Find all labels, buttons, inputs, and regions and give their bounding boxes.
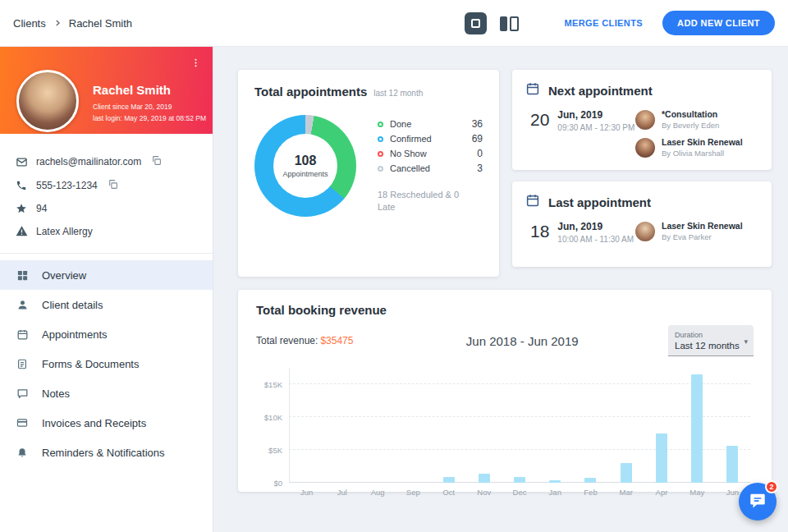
rescheduled-late-note: 18 Rescheduled & 0 Late <box>378 189 474 214</box>
topbar: Clients Rachel Smith MERGE CLIENTS ADD N… <box>0 0 788 47</box>
revenue-bars <box>289 368 750 483</box>
next-appointment-date: Jun, 2019 <box>557 109 635 121</box>
allergy-row: Latex Allergy <box>15 225 201 237</box>
revenue-bar-slot <box>466 474 502 483</box>
x-axis-label: Jun <box>289 488 324 497</box>
breadcrumb: Clients Rachel Smith <box>13 17 132 30</box>
credit-card-icon <box>15 417 30 429</box>
client-since: Client since Mar 20, 2019 <box>93 102 206 113</box>
x-axis-label: Sep <box>396 488 431 497</box>
revenue-bar-slot <box>715 446 750 483</box>
email-row: rachels@mailinator.com <box>15 155 201 168</box>
x-axis-label: Aug <box>360 488 395 497</box>
client-sidebar: Rachel Smith Client since Mar 20, 2019 l… <box>0 47 213 532</box>
sidebar-item-label: Overview <box>42 269 86 282</box>
revenue-bar <box>691 374 703 483</box>
next-appointment-card: Next appointment 20 Jun, 2019 09:30 AM -… <box>512 70 772 170</box>
split-view-toggle[interactable] <box>500 15 521 33</box>
duration-select-value: Last 12 months <box>675 341 747 351</box>
x-axis-label: May <box>680 488 715 497</box>
sidebar-item-client-details[interactable]: Client details <box>0 290 213 319</box>
breadcrumb-clients[interactable]: Clients <box>13 17 46 30</box>
legend-item-cancelled: Cancelled 3 <box>378 161 483 176</box>
warning-icon <box>15 225 28 237</box>
revenue-bar <box>514 477 525 483</box>
next-appointment-entries: *Consultation By Beverly Eden Laser Skin… <box>635 109 758 158</box>
revenue-bar-slot <box>680 374 715 483</box>
star-icon <box>15 203 28 214</box>
total-appointments-title: Total appointments <box>254 85 367 99</box>
envelope-icon <box>15 156 28 168</box>
revenue-bar <box>656 433 667 483</box>
copy-email-button[interactable] <box>151 155 162 168</box>
sidebar-item-reminders-notifications[interactable]: Reminders & Notifications <box>0 438 213 467</box>
staff-avatar <box>635 110 655 130</box>
add-new-client-button[interactable]: ADD NEW CLIENT <box>662 11 775 35</box>
sidebar-item-overview[interactable]: Overview <box>0 260 213 290</box>
revenue-bar <box>443 477 455 483</box>
sidebar-item-notes[interactable]: Notes <box>0 378 213 408</box>
sidebar-item-label: Client details <box>42 299 103 311</box>
client-allergy: Latex Allergy <box>36 226 93 237</box>
main-content: Total appointments last 12 month 108 App… <box>213 47 788 532</box>
profile-text: Rachel Smith Client since Mar 20, 2019 l… <box>93 83 206 124</box>
x-axis-label: Jul <box>324 488 360 497</box>
person-icon <box>15 299 30 311</box>
revenue-bar <box>584 478 596 483</box>
x-axis-label: Dec <box>502 488 537 497</box>
breadcrumb-current: Rachel Smith <box>69 17 132 30</box>
chat-fab-button[interactable]: 2 <box>739 483 777 521</box>
duration-select[interactable]: Duration Last 12 months ▾ <box>668 325 754 356</box>
revenue-bar-slot <box>573 478 608 483</box>
last-appointment-title: Last appointment <box>548 195 651 209</box>
legend-item-done: Done 36 <box>378 117 483 131</box>
sidebar-item-invoices-receipts[interactable]: Invoices and Receipts <box>0 408 213 438</box>
client-rating: 94 <box>36 203 47 214</box>
next-appointment-time: 09:30 AM - 12:30 PM <box>557 123 635 132</box>
revenue-bar-slot <box>431 477 466 483</box>
legend-item-no-show: No Show 0 <box>378 146 483 161</box>
chat-bubble-icon <box>15 388 30 400</box>
copy-icon <box>108 179 118 192</box>
appointment-entry: Laser Skin Renewal By Eva Parker <box>635 221 758 241</box>
revenue-bar-slot <box>644 433 679 483</box>
appointment-entry: Laser Skin Renewal By Olivia Marshall <box>635 137 758 158</box>
profile-header: Rachel Smith Client since Mar 20, 2019 l… <box>0 47 213 134</box>
copy-icon <box>151 155 162 168</box>
sidebar-item-appointments[interactable]: Appointments <box>0 319 213 349</box>
revenue-x-labels: JunJulAugSepOctNovDecJanFebMarAprMayJun <box>289 488 750 497</box>
x-axis-label: Mar <box>608 488 644 497</box>
card-view-icon <box>471 19 480 28</box>
revenue-bar <box>479 474 490 483</box>
booking-revenue-card: Total booking revenue Total revenue:$354… <box>238 290 772 492</box>
topbar-actions: MERGE CLIENTS ADD NEW CLIENT <box>564 11 775 35</box>
revenue-bar <box>726 446 738 483</box>
merge-clients-button[interactable]: MERGE CLIENTS <box>564 18 643 28</box>
revenue-bar-slot <box>538 480 573 483</box>
last-appointment-day: 18 <box>530 222 549 244</box>
sidebar-item-forms-documents[interactable]: Forms & Documents <box>0 349 213 378</box>
sidebar-item-label: Appointments <box>42 328 108 341</box>
x-axis-label: Apr <box>644 488 679 497</box>
chat-unread-badge: 2 <box>765 480 778 493</box>
profile-menu-button[interactable] <box>187 53 204 75</box>
contact-info: rachels@mailinator.com 555-123-1234 94 L… <box>0 134 213 250</box>
sidebar-item-label: Notes <box>42 388 70 400</box>
legend-marker-confirmed <box>378 136 383 142</box>
legend-marker-cancelled <box>378 166 383 172</box>
appointments-total: 108 <box>295 154 317 168</box>
client-avatar <box>16 70 79 132</box>
rating-row: 94 <box>15 203 201 214</box>
last-appointment-card: Last appointment 18 Jun, 2019 10:00 AM -… <box>512 181 772 267</box>
card-view-toggle[interactable] <box>465 12 487 34</box>
x-axis-label: Jan <box>538 488 573 497</box>
legend-marker-done <box>378 122 383 127</box>
calendar-card-icon <box>525 193 540 211</box>
client-phone: 555-123-1234 <box>36 180 98 191</box>
revenue-bar <box>549 480 561 483</box>
appointments-total-label: Appointments <box>282 170 328 178</box>
copy-phone-button[interactable] <box>108 179 118 192</box>
calendar-icon <box>15 328 30 341</box>
appointments-legend: Done 36 Confirmed 69 No Show 0 <box>378 115 483 217</box>
chat-icon <box>749 492 767 512</box>
